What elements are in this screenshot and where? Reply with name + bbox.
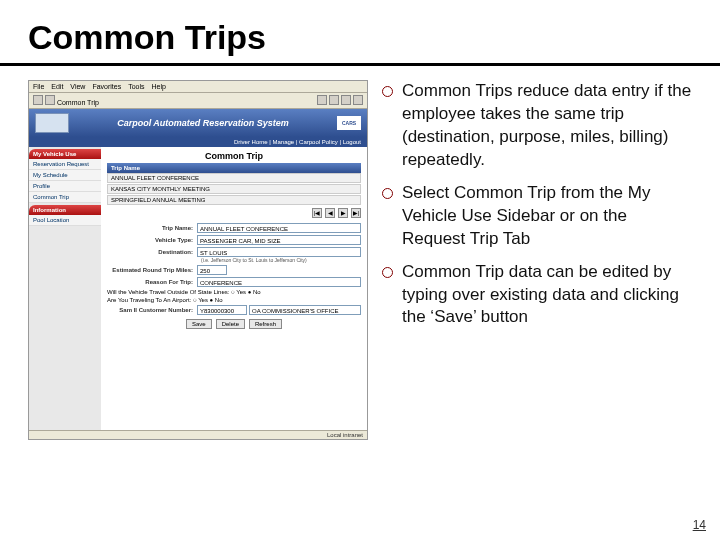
reason-label: Reason For Trip:: [107, 279, 197, 285]
list-item[interactable]: ANNUAL FLEET CONFERENCE: [107, 173, 361, 183]
pager-prev[interactable]: ◀: [325, 208, 335, 218]
airport-radio[interactable]: Are You Traveling To An Airport: ○ Yes ●…: [107, 297, 361, 303]
status-bar: Local intranet: [29, 430, 367, 439]
destination-field[interactable]: ST LOUIS: [197, 247, 361, 257]
column-header: Trip Name: [107, 163, 361, 173]
sam-label: Sam II Customer Number:: [107, 307, 197, 313]
menu-help[interactable]: Help: [152, 83, 166, 90]
menu-view[interactable]: View: [70, 83, 85, 90]
top-nav[interactable]: Driver Home | Manage | Carpool Policy | …: [29, 137, 367, 147]
sidebar-item-common-trip[interactable]: Common Trip: [29, 192, 101, 203]
tab-common-trip[interactable]: Common Trip: [57, 99, 99, 106]
back-button[interactable]: [33, 95, 43, 105]
print-icon[interactable]: [329, 95, 339, 105]
save-button[interactable]: Save: [186, 319, 212, 329]
app-screenshot: File Edit View Favorites Tools Help Comm…: [28, 80, 368, 440]
sam-num-field[interactable]: Y830000300: [197, 305, 247, 315]
home-icon[interactable]: [317, 95, 327, 105]
sidebar-item-profile[interactable]: Profile: [29, 181, 101, 192]
delete-button[interactable]: Delete: [216, 319, 245, 329]
car-logo-icon: [35, 113, 69, 133]
trip-name-label: Trip Name:: [107, 225, 197, 231]
sidebar: My Vehicle Use Reservation Request My Sc…: [29, 147, 101, 430]
list-item[interactable]: KANSAS CITY MONTHLY MEETING: [107, 184, 361, 194]
tools-icon[interactable]: [353, 95, 363, 105]
fwd-button[interactable]: [45, 95, 55, 105]
banner-title: Carpool Automated Reservation System: [117, 118, 289, 128]
destination-hint: (i.e. Jefferson City to St. Louis to Jef…: [201, 257, 361, 263]
bullet-item: Common Trip data can be edited by typing…: [380, 261, 692, 330]
menu-favorites[interactable]: Favorites: [92, 83, 121, 90]
vehicle-type-field[interactable]: PASSENGER CAR, MID SIZE: [197, 235, 361, 245]
miles-label: Estimated Round Trip Miles:: [107, 267, 197, 273]
page-number: 14: [693, 518, 706, 532]
menu-edit[interactable]: Edit: [51, 83, 63, 90]
page-heading: Common Trip: [107, 151, 361, 161]
slide-title: Common Trips: [0, 0, 720, 66]
status-right: Local intranet: [327, 432, 363, 438]
bullet-item: Select Common Trip from the My Vehicle U…: [380, 182, 692, 251]
sidebar-item-reservation[interactable]: Reservation Request: [29, 159, 101, 170]
pager-first[interactable]: |◀: [312, 208, 322, 218]
refresh-button[interactable]: Refresh: [249, 319, 282, 329]
menu-tools[interactable]: Tools: [128, 83, 144, 90]
main-panel: Common Trip Trip Name ANNUAL FLEET CONFE…: [101, 147, 367, 430]
destination-label: Destination:: [107, 249, 197, 255]
app-banner: Carpool Automated Reservation System CAR…: [29, 109, 367, 137]
button-row: Save Delete Refresh: [107, 319, 361, 329]
bullet-item: Common Trips reduce data entry if the em…: [380, 80, 692, 172]
trip-name-field[interactable]: ANNUAL FLEET CONFERENCE: [197, 223, 361, 233]
toolbar: Common Trip: [29, 93, 367, 109]
miles-field[interactable]: 250: [197, 265, 227, 275]
sam-office-field[interactable]: OA COMMISSIONER'S OFFICE: [249, 305, 361, 315]
sidebar-item-pool[interactable]: Pool Location: [29, 215, 101, 226]
sidebar-item-schedule[interactable]: My Schedule: [29, 170, 101, 181]
out-of-state-radio[interactable]: Will the Vehicle Travel Outside Of State…: [107, 289, 361, 295]
pager-next[interactable]: ▶: [338, 208, 348, 218]
sidebar-hdr-info: Information: [29, 205, 101, 215]
cars-badge: CARS: [337, 116, 361, 130]
list-item[interactable]: SPRINGFIELD ANNUAL MEETING: [107, 195, 361, 205]
sidebar-hdr-vehicle: My Vehicle Use: [29, 149, 101, 159]
page-icon[interactable]: [341, 95, 351, 105]
reason-field[interactable]: CONFERENCE: [197, 277, 361, 287]
bullet-list: Common Trips reduce data entry if the em…: [380, 80, 692, 329]
menubar: File Edit View Favorites Tools Help: [29, 81, 367, 93]
vehicle-type-label: Vehicle Type:: [107, 237, 197, 243]
pager: |◀ ◀ ▶ ▶|: [107, 208, 361, 218]
pager-last[interactable]: ▶|: [351, 208, 361, 218]
menu-file[interactable]: File: [33, 83, 44, 90]
